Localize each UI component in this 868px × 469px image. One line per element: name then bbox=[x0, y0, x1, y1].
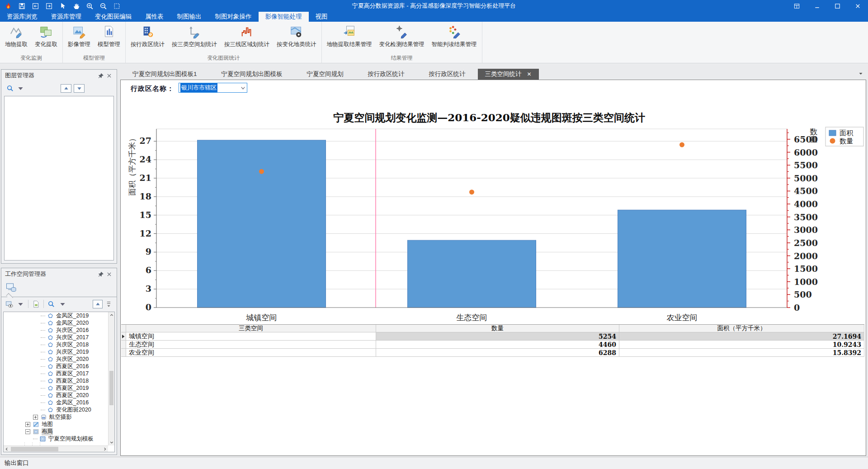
document-tab-宁夏空间规划[interactable]: 宁夏空间规划 bbox=[295, 69, 356, 80]
layer-manager-toolbar bbox=[1, 81, 117, 95]
close-icon[interactable] bbox=[848, 0, 868, 12]
layer-list[interactable] bbox=[4, 96, 114, 261]
ribbon-tab-制图对象操作[interactable]: 制图对象操作 bbox=[208, 12, 259, 22]
ribbon-tab-变化图斑编辑[interactable]: 变化图斑编辑 bbox=[88, 12, 138, 22]
close-icon[interactable] bbox=[105, 71, 113, 80]
pin-icon[interactable] bbox=[97, 71, 105, 80]
tree-item-金凤区_2016[interactable]: 金凤区_2016 bbox=[4, 399, 108, 406]
tree-item-布局[interactable]: 布局 bbox=[4, 428, 108, 435]
tree-item-金凤区_2019[interactable]: 金凤区_2019 bbox=[4, 312, 108, 319]
admin-region-combobox[interactable]: 银川市市辖区 bbox=[179, 83, 247, 93]
search-caret-icon[interactable] bbox=[57, 299, 68, 309]
ribbon-button-按变化地类统计[interactable]: 按变化地类统计 bbox=[273, 24, 320, 49]
pin-icon[interactable] bbox=[97, 270, 105, 278]
ribbon-button-按行政区统计[interactable]: 按行政区统计 bbox=[127, 24, 168, 49]
tree-item-西夏区_2019[interactable]: 西夏区_2019 bbox=[4, 384, 108, 392]
scroll-left-icon[interactable] bbox=[4, 446, 10, 452]
panel-splitter-handle[interactable] bbox=[104, 299, 114, 309]
ribbon-button-按三线区域划统计[interactable]: 按三线区域划统计 bbox=[221, 24, 273, 49]
tree-item-西夏区_2018[interactable]: 西夏区_2018 bbox=[4, 377, 108, 384]
ribbon-button-智能判读结果管理[interactable]: 智能判读结果管理 bbox=[428, 24, 481, 49]
stat-admin-icon bbox=[141, 25, 155, 41]
tree-item-地图[interactable]: 地图 bbox=[4, 421, 108, 428]
ribbon-tab-制图输出[interactable]: 制图输出 bbox=[170, 12, 208, 22]
table-row[interactable]: 农业空间628815.8392 bbox=[121, 349, 864, 357]
row-selector[interactable] bbox=[121, 349, 126, 357]
tree-item-兴庆区_2020[interactable]: 兴庆区_2020 bbox=[4, 355, 108, 363]
tree-item-宁夏空间规划模板[interactable]: 宁夏空间规划模板 bbox=[4, 435, 108, 442]
tab-list-chevron-down-icon[interactable] bbox=[858, 71, 865, 76]
ribbon-button-地物提取[interactable]: 地物提取 bbox=[1, 24, 31, 49]
ribbon-button-影像管理[interactable]: 影像管理 bbox=[64, 24, 94, 49]
ribbon-button-模型管理[interactable]: 模型管理 bbox=[94, 24, 124, 49]
output-window-tab[interactable]: 输出窗口 bbox=[5, 459, 29, 467]
tree-item-变化图斑2020[interactable]: 变化图斑2020 bbox=[4, 406, 108, 413]
tree-item-航空摄影[interactable]: 航空摄影 bbox=[4, 413, 108, 421]
layout-panels-icon[interactable] bbox=[787, 0, 807, 12]
cursor-icon[interactable] bbox=[57, 1, 68, 11]
column-header-面积（平方千米）[interactable]: 面积（平方千米） bbox=[619, 325, 864, 332]
close-tab-icon[interactable]: ✕ bbox=[527, 69, 532, 80]
minus-box-icon[interactable] bbox=[25, 429, 30, 434]
display-options-icon[interactable] bbox=[4, 299, 14, 309]
column-header-三类空间[interactable]: 三类空间 bbox=[126, 325, 376, 332]
search-caret-icon[interactable] bbox=[15, 83, 26, 93]
ribbon-tab-资源库浏览[interactable]: 资源库浏览 bbox=[0, 12, 44, 22]
collapse-tree-button[interactable] bbox=[93, 300, 103, 308]
scroll-up-icon[interactable] bbox=[108, 312, 115, 318]
document-tab-按行政区统计[interactable]: 按行政区统计 bbox=[356, 69, 417, 80]
select-rect-icon[interactable] bbox=[111, 1, 123, 11]
document-tab-宁夏空间规划出图模板[interactable]: 宁夏空间规划出图模板 bbox=[209, 69, 295, 80]
ribbon-tab-资源库管理[interactable]: 资源库管理 bbox=[44, 12, 89, 22]
tree-item-西夏区_2016[interactable]: 西夏区_2016 bbox=[4, 363, 108, 370]
column-header-数量[interactable]: 数量 bbox=[376, 325, 619, 332]
scrollbar-thumb[interactable] bbox=[109, 371, 113, 406]
search-icon[interactable] bbox=[5, 83, 15, 93]
workspace-database-icon[interactable] bbox=[6, 283, 17, 293]
zoom-in-icon[interactable] bbox=[84, 1, 95, 11]
table-row[interactable]: 城镇空间525427.1694 bbox=[121, 332, 864, 341]
ribbon-button-变化检测结果管理[interactable]: 变化检测结果管理 bbox=[376, 24, 428, 49]
ribbon-button-地物提取结果管理[interactable]: 地物提取结果管理 bbox=[323, 24, 376, 49]
move-layer-up-button[interactable] bbox=[61, 84, 71, 93]
new-document-icon[interactable] bbox=[31, 299, 41, 309]
tree-item-西夏区_2017[interactable]: 西夏区_2017 bbox=[4, 370, 108, 377]
plus-box-icon[interactable] bbox=[25, 422, 30, 427]
minimize-icon[interactable] bbox=[807, 0, 827, 12]
search-icon[interactable] bbox=[46, 299, 57, 309]
ribbon-button-变化提取[interactable]: 变化提取 bbox=[31, 24, 61, 49]
row-selector[interactable] bbox=[121, 341, 126, 349]
tree-item-兴庆区_2018[interactable]: 兴庆区_2018 bbox=[4, 341, 108, 348]
ribbon-button-按三类空间划统计[interactable]: 按三类空间划统计 bbox=[168, 24, 221, 49]
pan-icon[interactable] bbox=[70, 1, 82, 11]
row-selector[interactable] bbox=[121, 332, 126, 341]
document-tab-宁夏空间规划出图模板1[interactable]: 宁夏空间规划出图模板1 bbox=[120, 69, 209, 80]
scroll-down-icon[interactable] bbox=[108, 439, 115, 445]
page-prev-icon[interactable] bbox=[29, 1, 41, 11]
tree-item-西夏区_2020[interactable]: 西夏区_2020 bbox=[4, 392, 108, 399]
chevron-down-icon[interactable] bbox=[241, 85, 245, 90]
tree-item-兴庆区_2017[interactable]: 兴庆区_2017 bbox=[4, 334, 108, 341]
maximize-icon[interactable] bbox=[827, 0, 848, 12]
ribbon-tab-属性表[interactable]: 属性表 bbox=[138, 12, 170, 22]
ribbon-tab-影像智能处理[interactable]: 影像智能处理 bbox=[259, 12, 309, 22]
move-layer-down-button[interactable] bbox=[74, 84, 85, 93]
page-next-icon[interactable] bbox=[43, 1, 55, 11]
document-tab-三类空间统计[interactable]: 三类空间统计✕ bbox=[478, 69, 539, 80]
status-bar: 输出窗口 bbox=[0, 457, 868, 469]
tree-item-兴庆区_2016[interactable]: 兴庆区_2016 bbox=[4, 327, 108, 334]
table-row[interactable]: 生态空间446010.9243 bbox=[121, 341, 864, 349]
document-tab-按行政区统计[interactable]: 按行政区统计 bbox=[417, 69, 478, 80]
save-icon[interactable] bbox=[16, 1, 28, 11]
horizontal-scrollbar[interactable] bbox=[4, 445, 108, 452]
zoom-out-icon[interactable] bbox=[97, 1, 109, 11]
scrollbar-thumb[interactable] bbox=[11, 447, 58, 451]
scroll-right-icon[interactable] bbox=[102, 446, 108, 452]
tree-item-兴庆区_2019[interactable]: 兴庆区_2019 bbox=[4, 348, 108, 355]
close-icon[interactable] bbox=[105, 270, 113, 278]
vertical-scrollbar[interactable] bbox=[108, 312, 114, 445]
display-options-caret-icon[interactable] bbox=[15, 299, 26, 309]
tree-item-金凤区_2020[interactable]: 金凤区_2020 bbox=[4, 319, 108, 327]
ribbon-tab-视图[interactable]: 视图 bbox=[309, 12, 335, 22]
plus-box-icon[interactable] bbox=[33, 415, 38, 420]
